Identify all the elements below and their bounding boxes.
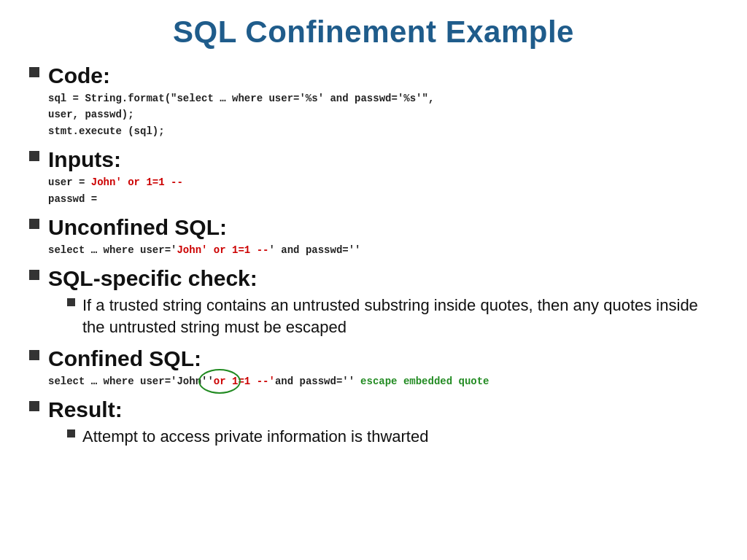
section-code-label: Code: [48,63,110,88]
check-sub-text: If a trusted string contains an untruste… [82,295,718,338]
section-check: SQL-specific check: If a trusted string … [29,265,718,338]
section-inputs-label: Inputs: [48,147,121,171]
confined-line: select … where user='John'' or 1=1 --' a… [48,373,718,389]
section-result-content: Result: Attempt to access private inform… [48,397,718,448]
section-check-label: SQL-specific check: [48,266,258,290]
confined-prefix: select … where user='John [48,373,201,389]
section-result: Result: Attempt to access private inform… [29,397,718,448]
result-sub-text: Attempt to access private information is… [82,426,428,448]
code-line-2: user, passwd); [48,106,718,122]
section-confined-content: Confined SQL: select … where user='John'… [48,346,718,389]
input-user-prefix: user = [48,176,91,188]
code-block: sql = String.format("select … where user… [48,90,718,139]
input-user-value: John' or 1=1 -- [91,176,183,188]
section-unconfined-content: Unconfined SQL: select … where user='Joh… [48,214,718,258]
bullet-code [29,67,39,77]
section-confined: Confined SQL: select … where user='John'… [29,346,718,389]
check-sub-section: If a trusted string contains an untruste… [67,295,718,338]
confined-red: or 1=1 --' [214,373,275,389]
code-line-3: stmt.execute (sql); [48,123,718,139]
confined-suffix: and passwd='' [275,373,355,389]
input-user-line: user = John' or 1=1 -- [48,174,718,190]
section-code: Code: sql = String.format("select … wher… [29,63,718,139]
confined-circle: '' [201,373,214,389]
unconfined-block: select … where user='John' or 1=1 --' an… [48,242,718,258]
bullet-check [29,270,39,280]
bullet-result-sub [67,429,75,438]
annotation-label: escape embedded quote [360,373,489,389]
confined-block: select … where user='John'' or 1=1 --' a… [48,373,718,389]
code-line-1: sql = String.format("select … where user… [48,90,718,106]
bullet-result [29,401,39,411]
unconfined-prefix: select … where user=' [48,244,177,256]
section-unconfined-label: Unconfined SQL: [48,215,227,239]
section-result-label: Result: [48,397,123,421]
bullet-confined [29,350,39,360]
section-code-content: Code: sql = String.format("select … wher… [48,63,718,139]
unconfined-red: John' or 1=1 -- [177,244,268,256]
input-passwd-line: passwd = [48,191,718,207]
section-inputs: Inputs: user = John' or 1=1 -- passwd = [29,147,718,207]
section-unconfined: Unconfined SQL: select … where user='Joh… [29,214,718,258]
section-check-content: SQL-specific check: If a trusted string … [48,265,718,338]
unconfined-suffix: ' and passwd='' [268,244,360,256]
input-passwd-prefix: passwd = [48,193,97,205]
bullet-unconfined [29,219,39,229]
section-confined-label: Confined SQL: [48,346,201,370]
confined-quote: '' [201,376,214,387]
bullet-check-sub [67,298,75,306]
page-title: SQL Confinement Example [29,15,718,50]
bullet-inputs [29,151,39,161]
section-inputs-content: Inputs: user = John' or 1=1 -- passwd = [48,147,718,207]
inputs-block: user = John' or 1=1 -- passwd = [48,174,718,207]
result-sub-section: Attempt to access private information is… [67,426,718,448]
